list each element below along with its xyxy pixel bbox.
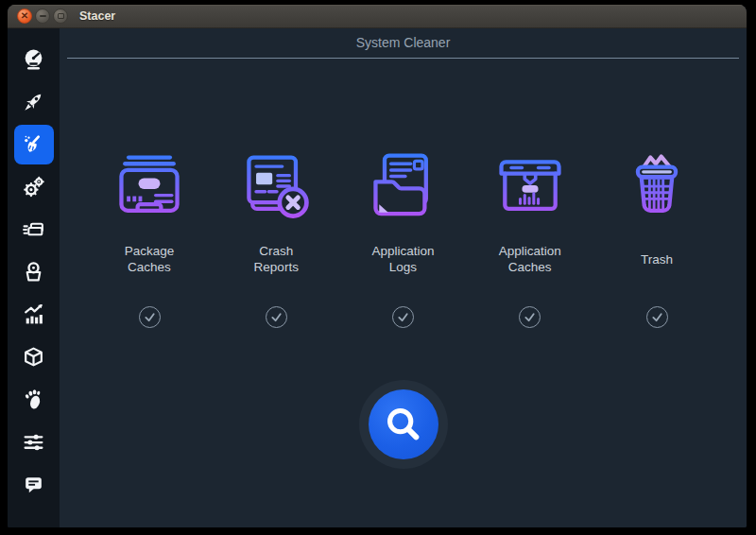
trash-checkbox[interactable] bbox=[646, 306, 668, 328]
sidebar-item-packages[interactable] bbox=[12, 336, 55, 378]
category-trash[interactable]: Trash bbox=[595, 149, 718, 328]
application-caches-icon bbox=[490, 149, 571, 226]
active-item-highlight bbox=[14, 125, 54, 164]
maximize-icon bbox=[58, 13, 64, 19]
speedometer-icon bbox=[22, 47, 45, 71]
rocket-icon bbox=[22, 90, 45, 113]
check-icon bbox=[397, 311, 409, 323]
broom-icon bbox=[22, 132, 45, 156]
package-caches-checkbox[interactable] bbox=[139, 306, 161, 328]
category-label: Trash bbox=[641, 243, 673, 275]
system-cleaner-page: System Cleaner bbox=[60, 28, 747, 527]
package-caches-icon bbox=[109, 149, 190, 226]
header-divider bbox=[67, 58, 739, 59]
crash-reports-icon bbox=[235, 149, 317, 226]
stacer-window: ✕ Stacer bbox=[8, 5, 747, 527]
search-box-icon bbox=[22, 260, 45, 284]
category-label: Crash Reports bbox=[254, 243, 299, 275]
check-icon bbox=[144, 311, 156, 323]
stacked-folder-icon bbox=[22, 217, 45, 241]
sidebar-item-resources[interactable] bbox=[12, 293, 55, 336]
scan-button[interactable] bbox=[369, 389, 438, 459]
package-cube-icon bbox=[22, 345, 45, 369]
page-header: System Cleaner bbox=[60, 28, 747, 59]
application-logs-checkbox[interactable] bbox=[392, 306, 414, 328]
page-title: System Cleaner bbox=[60, 28, 747, 58]
category-application-logs[interactable]: Application Logs bbox=[342, 149, 465, 328]
bar-chart-icon bbox=[22, 302, 45, 326]
close-button[interactable]: ✕ bbox=[17, 9, 32, 24]
gnome-foot-icon bbox=[22, 388, 45, 411]
search-icon bbox=[385, 406, 422, 443]
application-logs-icon bbox=[363, 149, 444, 226]
sidebar-item-uninstaller[interactable] bbox=[12, 250, 55, 293]
titlebar: ✕ Stacer bbox=[8, 5, 747, 28]
cleaner-categories: Package Caches bbox=[60, 149, 747, 328]
sidebar bbox=[8, 28, 60, 527]
scan-button-halo bbox=[359, 380, 448, 469]
check-icon bbox=[651, 311, 663, 323]
sidebar-item-startup-apps[interactable] bbox=[12, 80, 55, 123]
sliders-icon bbox=[22, 430, 45, 454]
category-label: Package Caches bbox=[125, 243, 175, 275]
sidebar-item-feedback[interactable] bbox=[12, 463, 55, 506]
close-icon: ✕ bbox=[21, 11, 28, 21]
maximize-button[interactable] bbox=[53, 9, 68, 24]
minimize-button[interactable] bbox=[35, 9, 50, 24]
sidebar-item-processes[interactable] bbox=[12, 208, 55, 250]
sidebar-item-system-cleaner[interactable] bbox=[12, 123, 55, 165]
sidebar-item-dashboard[interactable] bbox=[12, 38, 55, 80]
minimize-icon bbox=[40, 15, 46, 17]
check-icon bbox=[524, 311, 536, 323]
category-package-caches[interactable]: Package Caches bbox=[88, 149, 211, 328]
trash-icon bbox=[616, 149, 697, 226]
application-caches-checkbox[interactable] bbox=[519, 306, 541, 328]
window-title: Stacer bbox=[79, 9, 115, 23]
category-label: Application Logs bbox=[371, 243, 434, 275]
category-application-caches[interactable]: Application Caches bbox=[469, 149, 592, 328]
sidebar-item-services[interactable] bbox=[12, 165, 55, 208]
category-label: Application Caches bbox=[499, 243, 561, 275]
chat-bubble-icon bbox=[22, 473, 45, 496]
sidebar-item-gnome-settings[interactable] bbox=[12, 378, 55, 421]
sidebar-item-settings[interactable] bbox=[12, 421, 55, 463]
gears-icon bbox=[22, 175, 45, 198]
crash-reports-checkbox[interactable] bbox=[266, 306, 287, 328]
category-crash-reports[interactable]: Crash Reports bbox=[215, 149, 337, 328]
check-icon bbox=[270, 311, 283, 323]
